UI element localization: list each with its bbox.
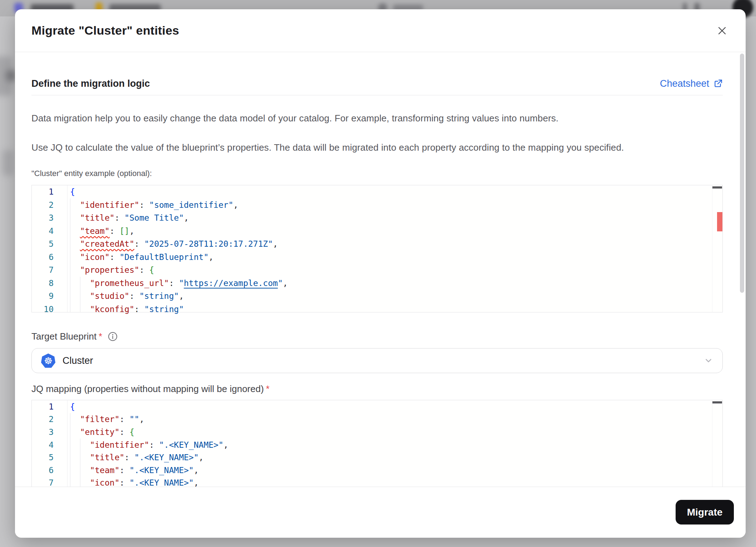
- dialog-header: Migrate "Cluster" entities: [15, 9, 746, 52]
- close-icon[interactable]: [715, 24, 729, 38]
- code-line: 9 "studio": "string",: [32, 290, 722, 303]
- section-title: Define the migration logic: [31, 78, 150, 89]
- external-link-icon: [713, 79, 723, 88]
- code-line: 6 "team": ".<KEY_NAME>",: [32, 464, 722, 477]
- dialog-scroll-area: Define the migration logic Cheatsheet Da…: [15, 52, 746, 487]
- dialog-title: Migrate "Cluster" entities: [31, 24, 179, 37]
- code-line: 4 "team": [],: [32, 225, 722, 238]
- line-number: 1: [32, 187, 67, 196]
- jq-mapping-code-editor[interactable]: 1{2 "filter": "",3 "entity": {4 "identif…: [31, 400, 723, 487]
- editor-scrollbar-thumb[interactable]: [712, 401, 722, 403]
- migrate-entities-dialog: Migrate "Cluster" entities Define the mi…: [15, 9, 746, 537]
- line-number: 5: [32, 453, 67, 462]
- cheatsheet-link[interactable]: Cheatsheet: [660, 78, 723, 89]
- code-line: 1{: [32, 185, 722, 199]
- target-blueprint-value: Cluster: [63, 355, 697, 366]
- line-number: 3: [32, 427, 67, 437]
- line-number: 1: [32, 402, 67, 411]
- line-number: 2: [32, 415, 67, 424]
- line-number: 4: [32, 440, 67, 450]
- entity-example-label: "Cluster" entity example (optional):: [31, 169, 152, 178]
- code-line: 5 "title": ".<KEY_NAME>",: [32, 451, 722, 464]
- code-line: 2 "identifier": "some_identifier",: [32, 199, 722, 212]
- code-line: 4 "identifier": ".<KEY_NAME>",: [32, 438, 722, 451]
- code-line: 5 "createdAt": "2025-07-28T11:20:17.271Z…: [32, 237, 722, 251]
- line-number: 5: [32, 239, 67, 249]
- editor-scrollbar-thumb[interactable]: [712, 186, 722, 189]
- code-line: 7 "properties": {: [32, 264, 722, 277]
- required-asterisk: *: [266, 383, 269, 395]
- chevron-down-icon: [704, 356, 713, 365]
- cheatsheet-label: Cheatsheet: [660, 78, 709, 89]
- jq-mapping-label: JQ mapping (properties without mapping w…: [31, 383, 264, 395]
- code-line: 6 "icon": "DefaultBlueprint",: [32, 251, 722, 264]
- line-number: 8: [32, 278, 67, 288]
- line-number: 3: [32, 213, 67, 222]
- line-number: 10: [32, 305, 67, 314]
- blurred-sidebar-item: [6, 70, 16, 81]
- code-line: 1{: [32, 400, 722, 413]
- code-line: 2 "filter": "",: [32, 413, 722, 426]
- code-line: 10 "kconfig": "string": [32, 303, 722, 316]
- info-icon[interactable]: [108, 332, 118, 341]
- line-number: 9: [32, 291, 67, 301]
- description-paragraph-1: Data migration help you to easily change…: [31, 113, 723, 124]
- entity-example-code-editor[interactable]: 1{2 "identifier": "some_identifier",3 "t…: [31, 185, 723, 312]
- line-number: 7: [32, 265, 67, 275]
- target-blueprint-label: Target Blueprint: [31, 331, 96, 342]
- code-line: 3 "title": "Some Title",: [32, 211, 722, 225]
- required-asterisk: *: [99, 331, 102, 342]
- dialog-footer: Migrate: [15, 487, 746, 538]
- line-number: 7: [32, 478, 67, 487]
- line-number: 6: [32, 252, 67, 262]
- line-number: 4: [32, 226, 67, 236]
- section-divider: [31, 95, 723, 95]
- code-line: 7 "icon": ".<KEY_NAME>",: [32, 477, 722, 487]
- description-paragraph-2: Use JQ to calculate the value of the blu…: [31, 142, 723, 153]
- modal-scrollbar[interactable]: [740, 54, 744, 293]
- blurred-sidebar-item: [2, 150, 14, 176]
- line-number: 2: [32, 200, 67, 210]
- migrate-button[interactable]: Migrate: [676, 500, 734, 525]
- kubernetes-icon: ☸: [41, 353, 55, 368]
- code-line: 3 "entity": {: [32, 426, 722, 438]
- target-blueprint-select[interactable]: ☸ Cluster: [31, 348, 723, 373]
- code-line: 8 "prometheus_url": "https://example.com…: [32, 277, 722, 290]
- line-number: 6: [32, 466, 67, 475]
